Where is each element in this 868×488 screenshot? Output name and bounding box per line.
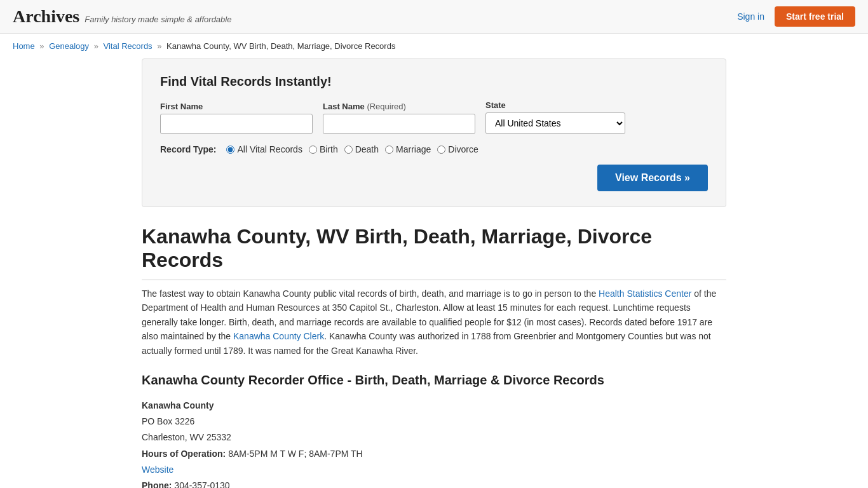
last-name-group: Last Name (Required)	[323, 102, 475, 134]
first-name-label: First Name	[160, 102, 313, 111]
phone-label: Phone:	[142, 480, 172, 488]
last-name-input[interactable]	[323, 114, 475, 134]
start-trial-button[interactable]: Start free trial	[775, 6, 855, 27]
breadcrumb-home[interactable]: Home	[13, 41, 35, 51]
hours-row: Hours of Operation: 8AM-5PM M T W F; 8AM…	[142, 446, 726, 462]
radio-death-input[interactable]	[344, 146, 353, 154]
breadcrumb-separator-1: »	[39, 41, 44, 51]
radio-birth-label: Birth	[320, 144, 338, 154]
breadcrumb-vital-records[interactable]: Vital Records	[104, 41, 153, 51]
office-info: Kanawha County PO Box 3226 Charleston, W…	[142, 398, 726, 488]
office-name: Kanawha County	[142, 398, 726, 414]
state-group: State All United StatesAlabamaAlaskaAriz…	[485, 100, 625, 134]
radio-marriage-label: Marriage	[396, 144, 431, 154]
search-btn-row: View Records »	[160, 165, 708, 191]
website-row: Website	[142, 462, 726, 478]
header-left: Archives Family history made simple & af…	[13, 6, 231, 27]
city-state: Charleston, WV 25332	[142, 430, 726, 445]
website-link[interactable]: Website	[142, 464, 173, 475]
phone-row: Phone: 304-357-0130	[142, 478, 726, 488]
radio-divorce[interactable]: Divorce	[437, 144, 478, 154]
header-right: Sign in Start free trial	[737, 6, 855, 27]
sign-in-link[interactable]: Sign in	[737, 11, 764, 22]
radio-divorce-input[interactable]	[437, 146, 445, 154]
health-statistics-link[interactable]: Health Statistics Center	[599, 288, 691, 299]
breadcrumb-separator-2: »	[94, 41, 98, 51]
last-name-label: Last Name (Required)	[323, 102, 475, 111]
radio-death[interactable]: Death	[344, 144, 379, 154]
hours-value: 8AM-5PM M T W F; 8AM-7PM TH	[228, 449, 363, 459]
radio-all-vital-records-label: All Vital Records	[237, 144, 302, 154]
record-type-label: Record Type:	[160, 144, 216, 154]
radio-death-label: Death	[355, 144, 379, 154]
radio-marriage[interactable]: Marriage	[385, 144, 431, 154]
po-box: PO Box 3226	[142, 414, 726, 430]
hours-label: Hours of Operation:	[142, 449, 226, 459]
state-label: State	[485, 100, 625, 110]
state-select[interactable]: All United StatesAlabamaAlaskaArizonaArk…	[485, 112, 625, 134]
radio-all-vital-records[interactable]: All Vital Records	[226, 144, 302, 154]
first-name-group: First Name	[160, 102, 313, 134]
page-title: Kanawha County, WV Birth, Death, Marriag…	[142, 225, 726, 280]
search-box: Find Vital Records Instantly! First Name…	[142, 58, 726, 207]
phone-value: 304-357-0130	[174, 480, 229, 488]
radio-all-vital-records-input[interactable]	[226, 146, 234, 154]
first-name-input[interactable]	[160, 114, 313, 134]
breadcrumb: Home » Genealogy » Vital Records » Kanaw…	[0, 34, 868, 58]
county-clerk-link[interactable]: Kanawha County Clerk	[233, 331, 324, 341]
radio-marriage-input[interactable]	[385, 146, 393, 154]
body-text: The fastest way to obtain Kanawha County…	[142, 287, 726, 358]
site-logo: Archives	[13, 6, 79, 27]
radio-birth-input[interactable]	[309, 146, 317, 154]
breadcrumb-genealogy[interactable]: Genealogy	[49, 41, 89, 51]
radio-birth[interactable]: Birth	[309, 144, 338, 154]
site-header: Archives Family history made simple & af…	[0, 0, 868, 34]
site-tagline: Family history made simple & affordable	[85, 15, 231, 24]
search-fields: First Name Last Name (Required) State Al…	[160, 100, 708, 134]
breadcrumb-separator-3: »	[157, 41, 161, 51]
radio-divorce-label: Divorce	[448, 144, 478, 154]
view-records-button[interactable]: View Records »	[597, 165, 708, 191]
required-note: (Required)	[367, 102, 405, 111]
breadcrumb-current: Kanawha County, WV Birth, Death, Marriag…	[166, 41, 395, 51]
main-content: Find Vital Records Instantly! First Name…	[129, 58, 739, 488]
record-type-row: Record Type: All Vital Records Birth Dea…	[160, 144, 708, 154]
search-title: Find Vital Records Instantly!	[160, 74, 708, 89]
section2-heading: Kanawha County Recorder Office - Birth, …	[142, 373, 726, 388]
